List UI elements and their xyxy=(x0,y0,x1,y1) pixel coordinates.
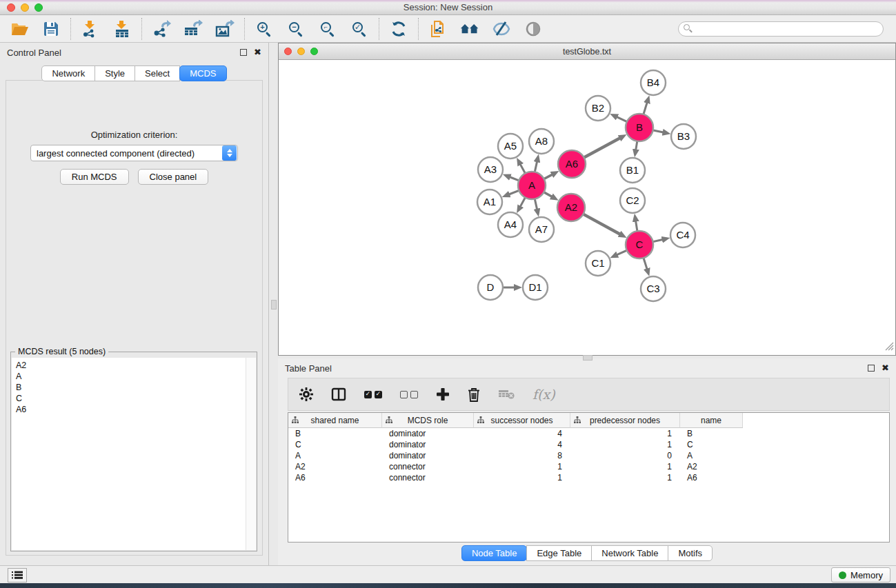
main-titlebar: Session: New Session xyxy=(0,0,896,15)
show-all-networks-icon[interactable] xyxy=(460,19,479,39)
delete-table-icon[interactable] xyxy=(498,388,515,401)
network-graph[interactable]: AA1A3A5A8A4A7A6A2BB2B4B3B1CC2C4C1C3DD1 xyxy=(279,60,895,355)
search-icon xyxy=(684,24,690,30)
memory-button[interactable]: Memory xyxy=(831,567,890,582)
save-session-icon[interactable] xyxy=(41,19,61,39)
open-session-icon[interactable] xyxy=(10,19,29,39)
close-panel-button[interactable]: Close panel xyxy=(138,169,209,185)
optimization-criterion-label: Optimization criterion: xyxy=(6,130,262,140)
export-image-icon[interactable] xyxy=(215,19,235,39)
graph-node-label-A3: A3 xyxy=(484,163,497,175)
desktop-wallpaper xyxy=(0,583,896,588)
graph-edge-A2-C[interactable] xyxy=(582,214,620,234)
task-history-button[interactable] xyxy=(8,568,27,582)
run-mcds-button[interactable]: Run MCDS xyxy=(60,169,129,185)
resize-grip-icon[interactable] xyxy=(885,341,894,354)
float-panel-icon[interactable] xyxy=(240,49,247,56)
zoom-in-icon[interactable]: + xyxy=(255,19,274,39)
divider-gripper[interactable] xyxy=(271,300,277,310)
graph-node-label-B2: B2 xyxy=(592,102,604,114)
tab-mcds[interactable]: MCDS xyxy=(179,65,226,81)
dropdown-stepper-icon xyxy=(222,145,237,161)
graph-edge-A6-B[interactable] xyxy=(583,138,620,158)
application-window: Session: New Session xyxy=(0,0,896,588)
result-list-scrollbar[interactable] xyxy=(246,358,256,550)
graph-node-label-A6: A6 xyxy=(566,158,578,170)
mcds-tab-content: Optimization criterion: largest connecte… xyxy=(6,80,263,556)
graph-node-label-B1: B1 xyxy=(626,164,639,176)
criterion-dropdown[interactable]: largest connected component (directed) xyxy=(30,145,238,161)
column-header-mcds-role[interactable]: MCDS role xyxy=(382,413,474,428)
status-bar: Memory xyxy=(0,565,896,583)
panel-divider[interactable] xyxy=(270,43,278,565)
result-item[interactable]: A2 xyxy=(16,360,246,371)
deselect-all-checkboxes-icon[interactable] xyxy=(400,391,418,398)
table-panel-title: Table Panel xyxy=(285,363,332,374)
toggle-graphics-details-icon[interactable] xyxy=(524,19,543,39)
select-all-checkboxes-icon[interactable] xyxy=(364,391,382,398)
zoom-fit-icon[interactable]: ⌐ xyxy=(318,19,337,39)
delete-rows-icon[interactable] xyxy=(468,387,480,402)
horizontal-divider-gripper[interactable] xyxy=(583,355,593,361)
result-item[interactable]: C xyxy=(16,393,246,404)
close-table-panel-icon[interactable]: ✖ xyxy=(882,365,889,372)
result-item[interactable]: B xyxy=(16,382,246,393)
table-row[interactable]: A6 connector 1 1 A6 xyxy=(288,472,889,483)
network-window-titlebar[interactable]: testGlobe.txt xyxy=(279,43,895,60)
function-builder-icon[interactable]: f(x) xyxy=(532,387,555,402)
hide-graphics-details-icon[interactable] xyxy=(492,19,511,39)
tab-select[interactable]: Select xyxy=(135,65,180,81)
network-canvas[interactable]: AA1A3A5A8A4A7A6A2BB2B4B3B1CC2C4C1C3DD1 xyxy=(279,60,895,355)
table-panel: Table Panel ✖ f(x) xyxy=(278,358,896,565)
control-panel: Control Panel ✖ Optimization criterion: … xyxy=(0,43,269,565)
memory-label: Memory xyxy=(850,570,883,580)
settings-gear-icon[interactable] xyxy=(299,387,313,401)
table-row[interactable]: C dominator 4 1 C xyxy=(288,439,889,450)
control-panel-tabs: Network Style Select MCDS xyxy=(0,65,268,81)
duplicate-network-icon[interactable] xyxy=(428,19,448,39)
tab-motifs[interactable]: Motifs xyxy=(668,545,713,561)
table-toolbar: f(x) xyxy=(288,378,890,411)
graph-node-label-C2: C2 xyxy=(626,194,639,206)
network-window-title: testGlobe.txt xyxy=(279,47,895,57)
refresh-icon[interactable] xyxy=(389,19,408,39)
float-table-panel-icon[interactable] xyxy=(868,365,875,372)
tab-network-table[interactable]: Network Table xyxy=(591,545,668,561)
column-header-shared-name[interactable]: shared name xyxy=(288,413,382,428)
toggle-columns-icon[interactable] xyxy=(331,387,346,401)
session-title: Session: New Session xyxy=(0,2,896,12)
zoom-selected-icon[interactable]: ✓ xyxy=(350,19,369,39)
table-row[interactable]: A2 connector 1 1 A2 xyxy=(288,461,889,472)
import-table-icon[interactable] xyxy=(112,19,132,39)
tab-network[interactable]: Network xyxy=(41,65,95,81)
table-row[interactable]: A dominator 8 0 A xyxy=(288,450,889,461)
network-view-window: testGlobe.txt AA1A3A5A8A4A7A6A2BB2B4B3B1… xyxy=(278,43,896,356)
node-table[interactable]: shared name MCDS role successor nodes pr… xyxy=(288,412,890,543)
column-header-name[interactable]: name xyxy=(680,413,743,428)
column-header-predecessor-nodes[interactable]: predecessor nodes xyxy=(570,413,680,428)
result-item[interactable]: A xyxy=(16,371,246,382)
result-item[interactable]: A6 xyxy=(16,404,246,415)
add-row-icon[interactable] xyxy=(436,387,450,401)
graph-node-label-C4: C4 xyxy=(676,229,689,241)
graph-node-label-A: A xyxy=(528,179,535,191)
import-network-icon[interactable] xyxy=(81,19,100,39)
zoom-out-icon[interactable]: − xyxy=(286,19,306,39)
graph-node-label-A7: A7 xyxy=(535,223,548,235)
column-header-filler xyxy=(743,413,889,428)
mcds-result-groupbox: MCDS result (5 nodes) A2 A B C A6 xyxy=(10,352,257,551)
table-row[interactable]: B dominator 4 1 B xyxy=(288,428,889,439)
list-icon xyxy=(12,571,23,580)
tab-node-table[interactable]: Node Table xyxy=(461,545,528,561)
main-toolbar: + − ⌐ ✓ xyxy=(0,15,896,43)
close-panel-icon[interactable]: ✖ xyxy=(254,49,261,56)
search-input[interactable] xyxy=(678,21,884,37)
export-table-icon[interactable] xyxy=(183,19,203,39)
graph-node-label-C1: C1 xyxy=(591,257,604,269)
column-header-successor-nodes[interactable]: successor nodes xyxy=(474,413,570,428)
tab-style[interactable]: Style xyxy=(94,65,135,81)
criterion-value: largest connected component (directed) xyxy=(31,148,222,159)
export-network-icon[interactable] xyxy=(152,19,171,39)
control-panel-title: Control Panel xyxy=(7,48,61,58)
tab-edge-table[interactable]: Edge Table xyxy=(526,545,592,561)
